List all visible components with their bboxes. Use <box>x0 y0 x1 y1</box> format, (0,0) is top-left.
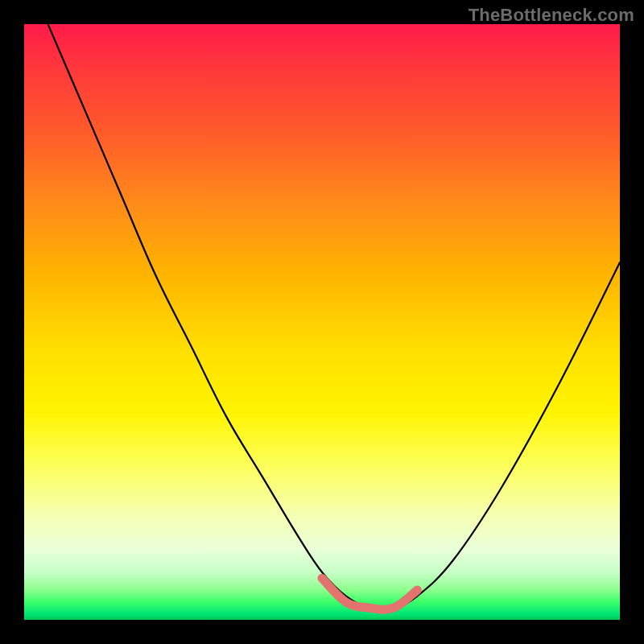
chart-canvas: TheBottleneck.com <box>0 0 644 644</box>
watermark-text: TheBottleneck.com <box>469 5 634 26</box>
chart-svg <box>24 24 620 620</box>
bottleneck-curve <box>48 24 620 609</box>
optimal-range-highlight <box>322 578 417 609</box>
plot-area <box>24 24 620 620</box>
